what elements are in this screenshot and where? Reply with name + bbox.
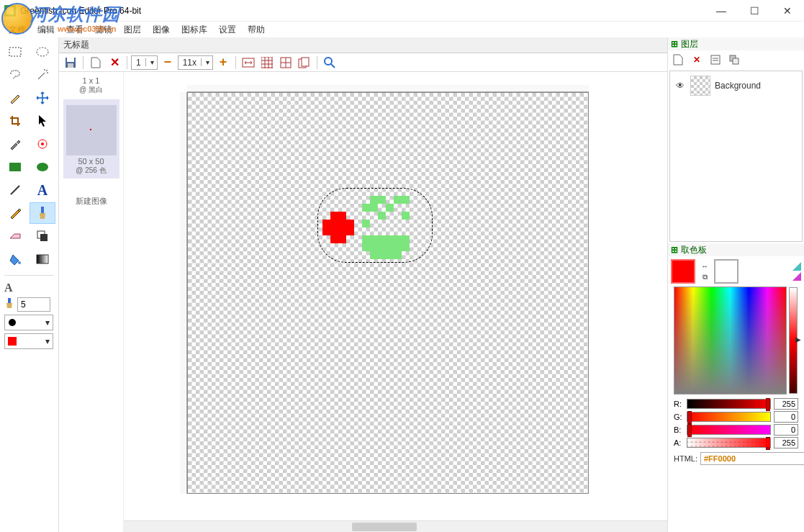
tool-ellipse[interactable] (30, 156, 55, 178)
preview-size-label: 50 x 50 (63, 157, 119, 166)
menu-edit[interactable]: 编辑 (32, 22, 60, 37)
g-label: G: (674, 412, 684, 421)
delete-button[interactable]: ✕ (106, 55, 123, 71)
g-value[interactable] (774, 411, 798, 423)
new-page-button[interactable] (87, 55, 104, 71)
minimize-button[interactable]: — (705, 0, 738, 22)
svg-point-24 (325, 58, 332, 65)
grid-button[interactable] (258, 55, 276, 71)
menu-layer[interactable]: 图层 (118, 22, 147, 37)
tool-line[interactable] (2, 179, 28, 201)
pages-button[interactable] (296, 55, 313, 71)
tool-text[interactable]: A (30, 179, 55, 201)
tool-lasso[interactable] (2, 64, 28, 86)
menu-settings[interactable]: 设置 (213, 22, 242, 37)
close-button[interactable]: ✕ (771, 0, 804, 22)
chevron-down-icon[interactable]: ▾ (201, 58, 212, 66)
copy-color-icon[interactable]: ⧉ (700, 272, 710, 282)
tool-fill[interactable] (2, 248, 28, 270)
tool-rect-select[interactable] (2, 41, 28, 63)
preview-1x1[interactable]: 1 x 1 @ 黑白 (63, 76, 119, 95)
transparent-color-icon[interactable] (792, 262, 801, 271)
preview-mode-label: @ 黑白 (63, 85, 119, 95)
ruler-horizontal (187, 85, 589, 92)
tool-pointer[interactable] (30, 110, 55, 132)
document-tab[interactable]: 无标题 (63, 39, 89, 51)
new-layer-button[interactable] (669, 52, 687, 68)
inverse-color-icon[interactable] (792, 272, 801, 281)
canvas-viewport[interactable] (124, 72, 667, 532)
svg-rect-19 (68, 63, 73, 68)
layer-properties-button[interactable] (707, 52, 724, 68)
palette-panel-header[interactable]: ⊞取色板 (668, 243, 804, 256)
tool-hotspot[interactable] (30, 133, 55, 155)
svg-rect-30 (733, 58, 738, 64)
a-value[interactable] (774, 437, 798, 448)
color-field[interactable] (674, 287, 787, 395)
svg-point-3 (37, 48, 48, 56)
r-value[interactable] (774, 398, 798, 410)
new-image-button[interactable]: 新建图像 (76, 196, 107, 207)
r-label: R: (674, 400, 684, 408)
save-button[interactable] (62, 55, 79, 71)
brush-shape-selector[interactable]: ▾ (4, 315, 53, 330)
tool-crop[interactable] (2, 110, 28, 132)
document-toolbar: ✕ 1▾ − 11x▾ + (59, 53, 667, 72)
preview-column: 1 x 1 @ 黑白 50 x 50 @ 256 色 新建图像 (59, 72, 124, 532)
layer-row[interactable]: 👁 Background (672, 73, 800, 99)
a-slider[interactable] (687, 438, 771, 448)
tool-rectangle[interactable] (2, 156, 28, 178)
html-color-input[interactable] (700, 452, 804, 465)
antialiased-text-icon[interactable]: A (4, 281, 13, 294)
tool-pencil-line[interactable] (2, 87, 28, 109)
maximize-button[interactable]: ☐ (738, 0, 771, 22)
menu-file[interactable]: 文件 (3, 22, 32, 37)
tool-gradient[interactable] (30, 248, 55, 270)
preview-50x50[interactable]: 50 x 50 @ 256 色 (63, 99, 119, 179)
ruler-vertical (180, 92, 187, 494)
layers-panel-header[interactable]: ⊞图层 (668, 37, 804, 50)
svg-rect-2 (9, 48, 21, 56)
svg-rect-16 (8, 337, 17, 346)
menu-image[interactable]: 图像 (147, 22, 176, 37)
preview-thumbnail (66, 105, 117, 155)
chevron-down-icon[interactable]: ▾ (145, 58, 157, 66)
r-slider[interactable] (687, 399, 771, 409)
fit-width-button[interactable] (240, 55, 257, 71)
tool-eyedropper[interactable] (2, 133, 28, 155)
tool-move[interactable] (30, 87, 55, 109)
menu-filter[interactable]: 滤镜 (89, 22, 118, 37)
chevron-down-icon: ▾ (45, 317, 50, 328)
tool-clone[interactable] (30, 225, 55, 247)
menu-help[interactable]: 帮助 (242, 22, 271, 37)
visibility-icon[interactable]: 👁 (674, 81, 686, 91)
tool-brush[interactable] (30, 202, 55, 224)
center-lines-button[interactable] (277, 55, 294, 71)
zoom-out-button[interactable]: − (159, 55, 176, 71)
zoom-in-button[interactable]: + (214, 55, 232, 71)
tool-pencil[interactable] (2, 202, 28, 224)
tool-ellipse-select[interactable] (30, 41, 55, 63)
tool-wand[interactable] (30, 64, 55, 86)
swap-colors-icon[interactable]: ↔ (700, 261, 710, 271)
g-slider[interactable] (687, 412, 771, 422)
expand-picker-icon[interactable]: ▶ (795, 335, 801, 343)
page-number-box[interactable]: 1▾ (131, 55, 158, 70)
b-slider[interactable] (687, 425, 771, 435)
canvas[interactable] (187, 92, 589, 494)
pattern-color-selector[interactable]: ▾ (4, 333, 53, 349)
menu-view[interactable]: 查看 (60, 22, 89, 37)
scrollbar-horizontal[interactable] (124, 520, 667, 532)
zoom-tool-button[interactable] (321, 55, 338, 71)
zoom-level-box[interactable]: 11x▾ (178, 55, 213, 70)
preview-mode-label: @ 256 色 (63, 166, 119, 176)
menu-library[interactable]: 图标库 (176, 22, 213, 37)
delete-layer-button[interactable]: ✕ (688, 52, 705, 68)
background-color-swatch[interactable] (714, 259, 738, 284)
brush-size-input[interactable] (17, 297, 50, 312)
merge-layers-button[interactable] (726, 52, 743, 68)
svg-rect-11 (40, 234, 48, 241)
b-value[interactable] (774, 424, 798, 436)
tool-eraser[interactable] (2, 225, 28, 247)
foreground-color-swatch[interactable] (671, 259, 695, 284)
